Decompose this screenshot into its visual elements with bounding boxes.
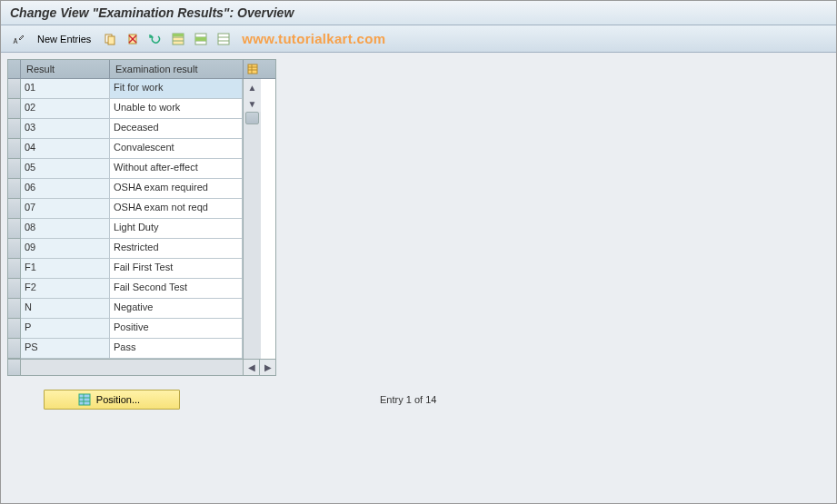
cell-exam[interactable]: Fit for work (110, 79, 243, 99)
table-row: 08Light Duty (8, 219, 243, 239)
table-row: 09Restricted (8, 239, 243, 259)
page-title: Change View "Examination Results": Overv… (10, 5, 827, 20)
header-bar: Change View "Examination Results": Overv… (1, 1, 836, 25)
row-selector[interactable] (8, 139, 21, 159)
svg-rect-16 (248, 64, 257, 74)
scroll-up-button[interactable]: ▲ (244, 79, 261, 95)
row-selector[interactable] (8, 179, 21, 199)
cell-result[interactable]: 09 (21, 239, 110, 259)
row-selector[interactable] (8, 159, 21, 179)
table-config-icon (247, 64, 258, 74)
new-entries-button[interactable]: New Entries (31, 29, 97, 49)
table-row: 06OSHA exam required (8, 179, 243, 199)
cell-exam[interactable]: Positive (110, 319, 243, 339)
deselect-all-button[interactable] (214, 29, 234, 49)
cell-result[interactable]: 03 (21, 119, 110, 139)
pencil-glasses-icon (12, 33, 25, 45)
horizontal-scrollbar: ◀ ▶ (8, 359, 275, 375)
cell-exam[interactable]: Negative (110, 299, 243, 319)
undo-icon (149, 33, 162, 45)
table-select-all-icon (172, 33, 184, 45)
table-row: NNegative (8, 299, 243, 319)
table-row: 07OSHA exam not reqd (8, 199, 243, 219)
row-selector[interactable] (8, 299, 21, 319)
row-selector[interactable] (8, 199, 21, 219)
copy-button[interactable] (100, 29, 120, 49)
select-all-button[interactable] (168, 29, 188, 49)
cell-exam[interactable]: Restricted (110, 239, 243, 259)
svg-rect-12 (195, 37, 206, 41)
table-row: 03Deceased (8, 119, 243, 139)
scroll-left-button[interactable]: ◀ (243, 360, 259, 375)
toolbar: New Entries www.tutorialkart.com (1, 25, 836, 53)
table-row: F2Fail Second Test (8, 279, 243, 299)
hscroll-track[interactable] (21, 360, 243, 375)
copy-icon (104, 33, 116, 45)
vertical-scrollbar[interactable]: ▲ ▼ (243, 79, 261, 359)
cell-result[interactable]: 04 (21, 139, 110, 159)
scroll-down-button[interactable]: ▼ (244, 95, 261, 112)
scroll-right-button[interactable]: ▶ (259, 360, 275, 375)
watermark-text: www.tutorialkart.com (242, 31, 385, 46)
cell-exam[interactable]: Pass (110, 339, 243, 359)
table-settings-button[interactable] (243, 60, 261, 78)
entry-status: Entry 1 of 14 (380, 394, 436, 405)
cell-exam[interactable]: Unable to work (110, 99, 243, 119)
row-selector[interactable] (8, 239, 21, 259)
row-selector[interactable] (8, 219, 21, 239)
row-selector[interactable] (8, 279, 21, 299)
position-label: Position... (96, 394, 140, 405)
row-selector[interactable] (8, 119, 21, 139)
cell-exam[interactable]: Without after-effect (110, 159, 243, 179)
cell-result[interactable]: N (21, 299, 110, 319)
table-body: 01Fit for work02Unable to work03Deceased… (8, 79, 243, 359)
delete-button[interactable] (123, 29, 143, 49)
position-button[interactable]: Position... (44, 390, 180, 410)
edit-toggle-button[interactable] (8, 29, 28, 49)
table-select-block-icon (194, 33, 207, 45)
cell-result[interactable]: 08 (21, 219, 110, 239)
table-header: Result Examination result (8, 60, 275, 79)
delete-icon (126, 33, 139, 45)
row-selector[interactable] (8, 99, 21, 119)
column-header-result[interactable]: Result (21, 60, 110, 78)
cell-result[interactable]: 07 (21, 199, 110, 219)
cell-exam[interactable]: Fail First Test (110, 259, 243, 279)
table-row: 04Convalescent (8, 139, 243, 159)
svg-rect-13 (218, 34, 229, 44)
select-block-button[interactable] (191, 29, 211, 49)
select-all-handle[interactable] (8, 60, 21, 78)
footer-row: Position... Entry 1 of 14 (7, 390, 830, 410)
table-row: PPositive (8, 319, 243, 339)
position-icon (78, 393, 91, 406)
table-deselect-icon (217, 33, 230, 45)
new-entries-label: New Entries (37, 34, 91, 44)
column-header-exam[interactable]: Examination result (110, 60, 243, 78)
cell-exam[interactable]: OSHA exam not reqd (110, 199, 243, 219)
cell-exam[interactable]: Convalescent (110, 139, 243, 159)
cell-exam[interactable]: OSHA exam required (110, 179, 243, 199)
table-row: 02Unable to work (8, 99, 243, 119)
cell-result[interactable]: PS (21, 339, 110, 359)
content-area: Result Examination result 01Fit for work… (1, 53, 836, 504)
cell-exam[interactable]: Fail Second Test (110, 279, 243, 299)
cell-result[interactable]: F2 (21, 279, 110, 299)
cell-result[interactable]: P (21, 319, 110, 339)
cell-exam[interactable]: Light Duty (110, 219, 243, 239)
scrollbar-thumb[interactable] (245, 112, 259, 124)
cell-result[interactable]: 02 (21, 99, 110, 119)
scrollbar-track[interactable] (244, 112, 261, 359)
svg-rect-1 (108, 36, 115, 44)
row-selector[interactable] (8, 259, 21, 279)
table-row: F1Fail First Test (8, 259, 243, 279)
row-selector[interactable] (8, 339, 21, 359)
cell-exam[interactable]: Deceased (110, 119, 243, 139)
row-selector[interactable] (8, 319, 21, 339)
row-selector[interactable] (8, 79, 21, 99)
results-table: Result Examination result 01Fit for work… (7, 59, 276, 376)
cell-result[interactable]: F1 (21, 259, 110, 279)
undo-button[interactable] (145, 29, 165, 49)
cell-result[interactable]: 05 (21, 159, 110, 179)
cell-result[interactable]: 01 (21, 79, 110, 99)
cell-result[interactable]: 06 (21, 179, 110, 199)
